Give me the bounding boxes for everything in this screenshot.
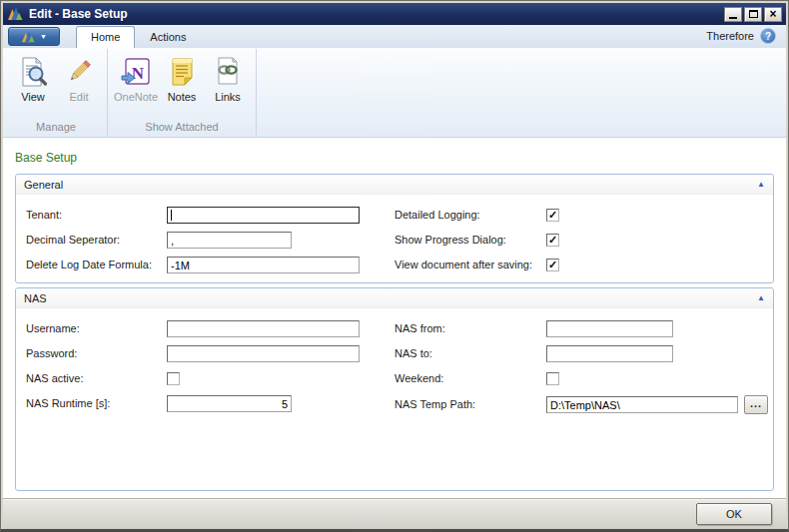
edit-base-setup-window: Edit - Base Setup × ▼ Home Actions There…: [0, 0, 789, 532]
tab-home[interactable]: Home: [76, 26, 135, 48]
notes-button-label: Notes: [168, 92, 197, 103]
application-menu-button[interactable]: ▼: [8, 27, 60, 46]
links-button[interactable]: Links: [205, 52, 251, 105]
section-general-title: General: [24, 179, 63, 191]
dynamics-nav-logo-icon: [7, 6, 24, 22]
view-icon: [17, 56, 49, 88]
nas-temp-path-input[interactable]: [546, 396, 738, 413]
onenote-button-label: OneNote: [114, 92, 158, 103]
detailed-logging-label: Detailed Logging:: [394, 207, 546, 224]
ellipsis-icon: ...: [750, 398, 762, 408]
window-title: Edit - Base Setup: [29, 7, 128, 21]
close-icon: ×: [769, 8, 776, 20]
browse-button[interactable]: ...: [744, 395, 768, 414]
ribbon-group-show-attached-label: Show Attached: [111, 119, 253, 137]
help-button[interactable]: ?: [760, 28, 776, 44]
weekend-checkbox[interactable]: [546, 372, 559, 385]
therefore-label: Therefore: [706, 30, 754, 42]
show-progress-dialog-checkbox[interactable]: ✓: [546, 234, 559, 247]
ribbon-group-show-attached: N OneNote Notes: [108, 49, 257, 137]
delete-log-date-formula-input[interactable]: [167, 257, 360, 273]
check-icon: ✓: [548, 260, 557, 270]
check-icon: ✓: [548, 235, 557, 246]
chevron-down-icon: ▼: [40, 33, 47, 40]
page-content: Base Setup General ▲ Tenant: Decimal Sep…: [3, 138, 786, 498]
password-label: Password:: [26, 345, 167, 362]
nas-to-input[interactable]: [546, 345, 673, 362]
check-icon: ✓: [548, 210, 557, 221]
section-nas-title: NAS: [24, 292, 47, 304]
section-nas-header[interactable]: NAS ▲: [16, 288, 773, 308]
links-icon: [212, 56, 244, 88]
onenote-button: N OneNote: [113, 52, 159, 105]
title-bar: Edit - Base Setup ×: [3, 3, 786, 25]
edit-icon: [63, 56, 95, 88]
ribbon-group-manage-label: Manage: [8, 119, 104, 137]
close-button[interactable]: ×: [764, 7, 782, 22]
notes-button[interactable]: Notes: [159, 52, 205, 105]
weekend-label: Weekend:: [394, 370, 546, 387]
nas-active-checkbox[interactable]: [167, 372, 180, 385]
onenote-icon: N: [120, 56, 152, 88]
tenant-input[interactable]: [167, 207, 360, 224]
ok-button-label: OK: [726, 508, 742, 520]
view-document-after-saving-label: View document after saving:: [394, 257, 546, 273]
decimal-separator-label: Decimal Seperator:: [26, 232, 167, 249]
minimize-button[interactable]: [724, 7, 742, 22]
show-progress-dialog-label: Show Progress Dialog:: [394, 232, 546, 249]
help-icon: ?: [765, 31, 771, 42]
section-nas: NAS ▲ Username: Password: NAS active: NA…: [15, 287, 774, 491]
maximize-button[interactable]: [744, 7, 762, 22]
edit-button-label: Edit: [70, 92, 89, 103]
nas-to-label: NAS to:: [394, 345, 546, 362]
svg-text:N: N: [132, 64, 145, 83]
delete-log-date-formula-label: Delete Log Date Formula:: [26, 257, 167, 273]
password-input[interactable]: [167, 345, 360, 362]
ribbon-tab-strip: ▼ Home Actions Therefore ?: [3, 25, 786, 48]
ribbon: View Edit Ma: [3, 48, 786, 138]
collapse-icon[interactable]: ▲: [757, 181, 765, 189]
view-button-label: View: [21, 92, 45, 103]
notes-icon: [166, 56, 198, 88]
section-general-header[interactable]: General ▲: [16, 175, 773, 195]
maximize-icon: [749, 10, 758, 18]
section-general: General ▲ Tenant: Decimal Seperator: Del…: [15, 174, 774, 283]
username-label: Username:: [26, 320, 167, 337]
links-button-label: Links: [215, 92, 241, 103]
ok-button[interactable]: OK: [696, 503, 772, 525]
decimal-separator-input[interactable]: [167, 232, 292, 249]
nas-active-label: NAS active:: [26, 370, 167, 387]
tab-actions[interactable]: Actions: [135, 27, 201, 48]
tenant-label: Tenant:: [26, 207, 167, 224]
username-input[interactable]: [167, 320, 360, 337]
minimize-icon: [729, 17, 737, 19]
detailed-logging-checkbox[interactable]: ✓: [546, 209, 559, 222]
nas-from-label: NAS from:: [394, 320, 546, 337]
nas-runtime-input[interactable]: [167, 395, 292, 412]
page-title: Base Setup: [15, 151, 786, 165]
collapse-icon[interactable]: ▲: [757, 294, 765, 302]
nas-temp-path-label: NAS Temp Path:: [394, 396, 546, 413]
dynamics-nav-logo-icon: [21, 30, 36, 44]
nas-from-input[interactable]: [546, 320, 673, 337]
edit-button: Edit: [56, 52, 102, 105]
window-controls: ×: [724, 7, 782, 22]
ribbon-group-manage: View Edit Ma: [5, 49, 108, 137]
nas-runtime-label: NAS Runtime [s]:: [26, 395, 167, 412]
view-button[interactable]: View: [10, 52, 56, 105]
view-document-after-saving-checkbox[interactable]: ✓: [546, 259, 559, 271]
dialog-footer: OK: [3, 498, 786, 529]
